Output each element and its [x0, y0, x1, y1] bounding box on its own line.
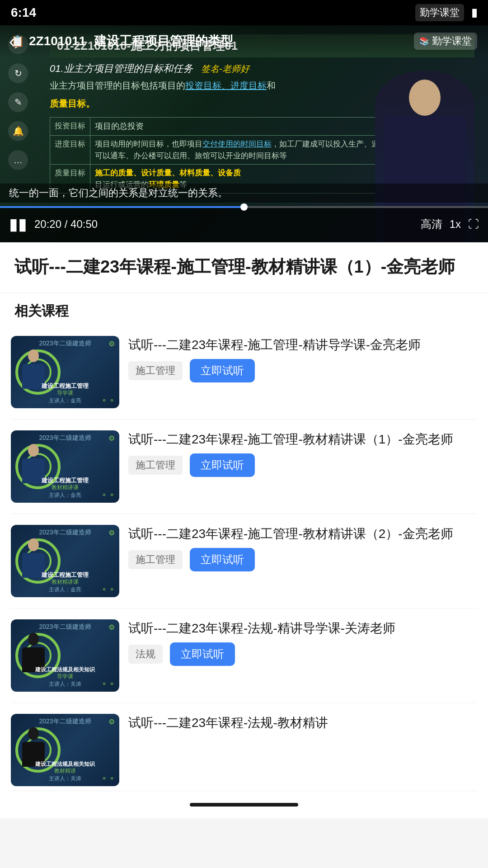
table-cell-progress-label: 进度目标: [50, 136, 90, 165]
time-display: 20:20 / 40:50: [34, 218, 413, 231]
course-info-3: 试听---二建23年课程-施工管理-教材精讲课（2）-金亮老师 施工管理 立即试…: [128, 525, 477, 571]
app-logo-badge: 📚 勤学课堂: [414, 33, 477, 50]
battery-icon: ▮: [471, 6, 477, 19]
side-icon-4[interactable]: 🔔: [8, 121, 28, 141]
course-meta-1: 施工管理 立即试听: [128, 359, 477, 382]
course-name-5: 试听---二建23年课程-法规-教材精讲: [128, 714, 477, 731]
course-thumbnail-3[interactable]: 2023年二级建造师 建设工程施工管理 教材精讲课 主讲人：金亮 ⚙ ⚬ ⚬: [11, 525, 119, 597]
back-button[interactable]: ‹: [9, 31, 15, 52]
subtitle-overlay: 统一的一面，它们之间的关系是对立统一的关系。: [0, 184, 488, 203]
list-item: 2023年二级建造师 建设工程施工管理 导学课 主讲人：金亮 ⚙ ⚬ ⚬ 试听-…: [11, 325, 477, 420]
trial-button-1[interactable]: 立即试听: [190, 359, 255, 382]
course-thumbnail-5[interactable]: 2023年二级建造师 建设工程法规及相关知识 教材精讲 主讲人：关涛 ⚙ ⚬ ⚬: [11, 714, 119, 786]
app-logo-text: 勤学课堂: [432, 34, 472, 48]
highlight-text: 投资目标、进度目标: [185, 80, 267, 90]
course-meta-2: 施工管理 立即试听: [128, 453, 477, 477]
thumb-inner-5: 2023年二级建造师 建设工程法规及相关知识 教材精讲 主讲人：关涛 ⚙ ⚬ ⚬: [11, 714, 119, 786]
course-meta-3: 施工管理 立即试听: [128, 548, 477, 571]
video-lesson-info: 📋 2Z101011 建设工程项目管理的类型: [11, 33, 233, 50]
subject-tag-3: 施工管理: [128, 550, 183, 569]
list-item: 2023年二级建造师 建设工程法规及相关知识 导学课 主讲人：关涛 ⚙ ⚬ ⚬ …: [11, 609, 477, 703]
course-meta-4: 法规 立即试听: [128, 642, 477, 666]
course-thumbnail-1[interactable]: 2023年二级建造师 建设工程施工管理 导学课 主讲人：金亮 ⚙ ⚬ ⚬: [11, 336, 119, 408]
progress-fill: [0, 206, 244, 208]
lesson-code: 2Z101011: [29, 34, 86, 48]
thumb-inner-4: 2023年二级建造师 建设工程法规及相关知识 导学课 主讲人：关涛 ⚙ ⚬ ⚬: [11, 619, 119, 692]
course-info-4: 试听---二建23年课程-法规-精讲导学课-关涛老师 法规 立即试听: [128, 619, 477, 666]
side-icon-2[interactable]: ↻: [8, 63, 28, 83]
course-thumbnail-4[interactable]: 2023年二级建造师 建设工程法规及相关知识 导学课 主讲人：关涛 ⚙ ⚬ ⚬: [11, 619, 119, 692]
related-section-header: 相关课程: [0, 293, 488, 325]
speed-button[interactable]: 1x: [450, 218, 461, 231]
video-player: ‹ 📋 2Z101011 建设工程项目管理的类型 📚 勤学课堂 ▶ ↻ ✎ 🔔 …: [0, 25, 488, 242]
subject-tag-4: 法规: [128, 645, 163, 664]
trial-button-4[interactable]: 立即试听: [170, 642, 235, 666]
list-item: 2023年二级建造师 建设工程法规及相关知识 教材精讲 主讲人：关涛 ⚙ ⚬ ⚬…: [11, 703, 477, 791]
thumb-inner-2: 2023年二级建造师 建设工程施工管理 教材精讲课 主讲人：金亮 ⚙ ⚬ ⚬: [11, 430, 119, 503]
progress-dot[interactable]: [240, 203, 248, 211]
course-list: 2023年二级建造师 建设工程施工管理 导学课 主讲人：金亮 ⚙ ⚬ ⚬ 试听-…: [0, 325, 488, 791]
video-background: ‹ 📋 2Z101011 建设工程项目管理的类型 📚 勤学课堂 ▶ ↻ ✎ 🔔 …: [0, 25, 488, 242]
fullscreen-button[interactable]: ⛶: [468, 218, 479, 231]
course-name-2: 试听---二建23年课程-施工管理-教材精讲课（1）-金亮老师: [128, 430, 477, 448]
status-right: 勤学课堂 ▮: [415, 4, 477, 21]
subject-tag-1: 施工管理: [128, 361, 183, 380]
chalk-table: 投资目标 项目的总投资 进度目标 项目动用的时间目标，也即项目交付使用的时间目标…: [50, 117, 411, 193]
side-icon-3[interactable]: ✎: [8, 92, 28, 112]
course-name-3: 试听---二建23年课程-施工管理-教材精讲课（2）-金亮老师: [128, 525, 477, 542]
side-icon-5[interactable]: …: [8, 150, 28, 170]
table-cell-invest-label: 投资目标: [50, 118, 90, 136]
list-item: 2023年二级建造师 建设工程施工管理 教材精讲课 主讲人：金亮 ⚙ ⚬ ⚬ 试…: [11, 514, 477, 609]
subtitle-text: 统一的一面，它们之间的关系是对立统一的关系。: [9, 187, 228, 198]
course-thumbnail-2[interactable]: 2023年二级建造师 建设工程施工管理 教材精讲课 主讲人：金亮 ⚙ ⚬ ⚬: [11, 430, 119, 503]
app-name: 勤学课堂: [415, 4, 464, 21]
subject-tag-2: 施工管理: [128, 456, 183, 475]
course-info-5: 试听---二建23年课程-法规-教材精讲: [128, 714, 477, 731]
course-info-2: 试听---二建23年课程-施工管理-教材精讲课（1）-金亮老师 施工管理 立即试…: [128, 430, 477, 477]
lesson-title: 建设工程项目管理的类型: [94, 33, 233, 50]
list-item: 2023年二级建造师 建设工程施工管理 教材精讲课 主讲人：金亮 ⚙ ⚬ ⚬ 试…: [11, 420, 477, 514]
course-name-1: 试听---二建23年课程-施工管理-精讲导学课-金亮老师: [128, 336, 477, 354]
thumb-inner-1: 2023年二级建造师 建设工程施工管理 导学课 主讲人：金亮 ⚙ ⚬ ⚬: [11, 336, 119, 408]
teacher-head: [409, 80, 441, 116]
course-info-1: 试听---二建23年课程-施工管理-精讲导学课-金亮老师 施工管理 立即试听: [128, 336, 477, 382]
bottom-indicator: [0, 791, 488, 818]
page-title: 试听---二建23年课程-施工管理-教材精讲课（1）-金亮老师: [14, 255, 474, 279]
play-pause-button[interactable]: ▮▮: [9, 215, 27, 234]
home-bar[interactable]: [190, 803, 298, 807]
progress-bar[interactable]: [0, 206, 488, 208]
video-top-bar: ‹ 📋 2Z101011 建设工程项目管理的类型 📚 勤学课堂: [0, 25, 488, 57]
video-controls: ▮▮ 20:20 / 40:50 高清 1x ⛶: [0, 206, 488, 242]
quality-button[interactable]: 高清: [421, 217, 442, 231]
page-title-section: 试听---二建23年课程-施工管理-教材精讲课（1）-金亮老师: [0, 242, 488, 293]
thumb-inner-3: 2023年二级建造师 建设工程施工管理 教材精讲课 主讲人：金亮 ⚙ ⚬ ⚬: [11, 525, 119, 597]
trial-button-2[interactable]: 立即试听: [190, 453, 255, 477]
status-bar: 6:14 勤学课堂 ▮: [0, 0, 488, 25]
course-name-4: 试听---二建23年课程-法规-精讲导学课-关涛老师: [128, 619, 477, 637]
time-display: 6:14: [11, 5, 36, 20]
status-left: 6:14: [11, 5, 36, 20]
trial-button-3[interactable]: 立即试听: [190, 548, 255, 571]
